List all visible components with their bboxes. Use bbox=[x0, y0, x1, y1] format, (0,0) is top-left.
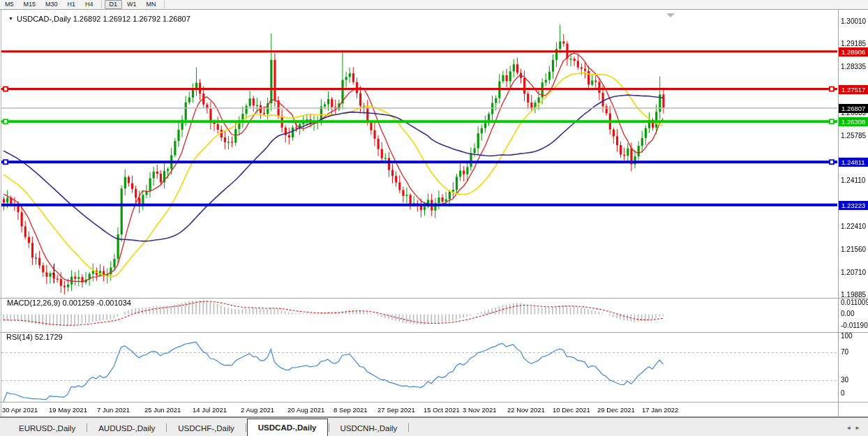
chart-canvas[interactable] bbox=[0, 0, 868, 436]
price-marker-1.26807: 1.26807 bbox=[839, 104, 868, 113]
date-label: 25 Jun 2021 bbox=[144, 406, 181, 414]
date-label: 30 Apr 2021 bbox=[2, 406, 38, 414]
indicator-axis-label: 100 bbox=[841, 332, 853, 340]
tab-eurusd[interactable]: EURUSD-,Daily bbox=[8, 421, 86, 435]
indicator-axis-label: 0 bbox=[841, 389, 845, 398]
price-axis-label: 1.28335 bbox=[841, 63, 866, 71]
date-label: 27 Sep 2021 bbox=[377, 406, 415, 414]
timeframe-button-m5[interactable]: M5 bbox=[0, 0, 19, 9]
date-label: 29 Dec 2021 bbox=[597, 406, 635, 414]
price-axis-label: 1.22410 bbox=[841, 223, 866, 231]
tab-scroll-right-icon[interactable]: ► bbox=[855, 425, 864, 431]
toolbar-separator bbox=[164, 1, 165, 8]
date-label: 19 May 2021 bbox=[49, 406, 87, 414]
tab-separator bbox=[246, 423, 246, 432]
date-label: 14 Jul 2021 bbox=[193, 406, 227, 414]
indicator-axis-label: 0.00 bbox=[841, 310, 854, 318]
timeframe-button-m15[interactable]: M15 bbox=[19, 0, 41, 9]
date-label: 7 Jun 2021 bbox=[97, 406, 130, 414]
date-label: 17 Jan 2022 bbox=[642, 406, 678, 414]
date-label: 10 Dec 2021 bbox=[553, 406, 590, 414]
price-marker-1.23223[interactable]: 1.23223 bbox=[839, 201, 868, 210]
price-marker-1.26308[interactable]: 1.26308 bbox=[839, 117, 868, 126]
price-marker-1.28906[interactable]: 1.28906 bbox=[839, 47, 868, 57]
price-axis-label: 1.24110 bbox=[841, 176, 865, 185]
chart-title: ▼USDCAD-,Daily 1.26892 1.26912 1.26792 1… bbox=[8, 15, 190, 23]
date-label: 3 Nov 2021 bbox=[463, 406, 497, 414]
toolbar-separator bbox=[101, 1, 102, 8]
date-label: 2 Aug 2021 bbox=[241, 406, 274, 414]
price-axis-label: 1.20710 bbox=[841, 269, 866, 277]
date-label: 8 Sep 2021 bbox=[334, 406, 368, 414]
price-marker-1.24811[interactable]: 1.24811 bbox=[839, 158, 868, 167]
timeframe-toolbar: M5M15M30H1H4D1W1MN bbox=[0, 0, 868, 10]
tab-separator bbox=[329, 423, 329, 432]
chart-dropdown-icon[interactable]: ▼ bbox=[8, 16, 13, 21]
tab-separator bbox=[408, 423, 409, 432]
tab-separator bbox=[87, 423, 87, 432]
indicator-axis-label: 70 bbox=[841, 348, 848, 356]
timeframe-button-m30[interactable]: M30 bbox=[40, 0, 63, 9]
tab-scroll-left-icon[interactable]: ◄ bbox=[846, 425, 855, 431]
chart-shift-marker[interactable] bbox=[666, 13, 675, 17]
timeframe-button-d1[interactable]: D1 bbox=[105, 0, 123, 9]
tab-usdcnh[interactable]: USDCNH-,Daily bbox=[330, 421, 408, 435]
timeframe-button-w1[interactable]: W1 bbox=[122, 0, 142, 9]
tab-usdchf[interactable]: USDCHF-,Daily bbox=[167, 421, 245, 435]
timeframe-button-mn[interactable]: MN bbox=[142, 0, 161, 9]
price-axis-label: 1.30010 bbox=[841, 17, 866, 26]
indicator-axis-label: 30 bbox=[841, 376, 848, 384]
date-label: 15 Oct 2021 bbox=[424, 406, 460, 414]
price-axis-label: 1.25785 bbox=[841, 132, 866, 140]
indicator-axis-label: -0.01190 bbox=[841, 322, 868, 330]
macd-indicator-label: MACD(12,26,9) 0.001259 -0.001034 bbox=[7, 299, 131, 307]
tab-audusd[interactable]: AUDUSD-,Daily bbox=[88, 421, 165, 435]
indicator-axis-label: 0.011009 bbox=[841, 299, 868, 307]
date-label: 22 Nov 2021 bbox=[507, 406, 545, 414]
chart-tab-bar: EURUSD-,DailyAUDUSD-,DailyUSDCHF-,DailyU… bbox=[0, 417, 868, 436]
tab-usdcad[interactable]: USDCAD-,Daily bbox=[247, 419, 328, 436]
date-label: 20 Aug 2021 bbox=[287, 406, 324, 414]
tab-separator bbox=[166, 423, 167, 432]
price-marker-1.27517[interactable]: 1.27517 bbox=[839, 85, 868, 94]
chart-ohlc-values: 1.26892 1.26912 1.26792 1.26807 bbox=[73, 15, 190, 23]
tab-scroll-control: ◄► bbox=[846, 425, 864, 431]
price-axis-label: 1.21560 bbox=[841, 246, 866, 254]
timeframe-button-h1[interactable]: H1 bbox=[63, 0, 81, 9]
chart-symbol-label: USDCAD-,Daily bbox=[17, 15, 71, 23]
timeframe-button-h4[interactable]: H4 bbox=[80, 0, 98, 9]
rsi-indicator-label: RSI(14) 52.1729 bbox=[6, 333, 63, 341]
